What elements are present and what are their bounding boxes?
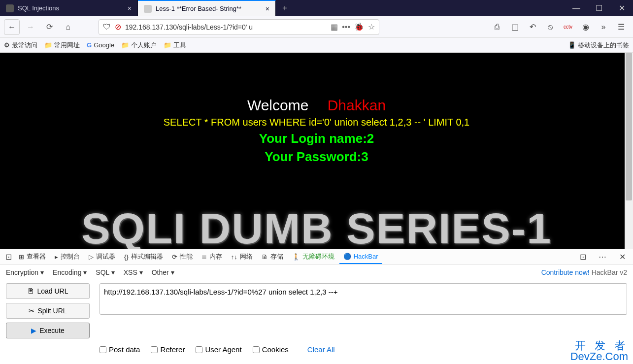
bookmark-item[interactable]: ⚙最常访问 bbox=[4, 41, 37, 50]
noscript-icon[interactable]: ⦸ bbox=[542, 19, 558, 35]
devtools-tab-storage[interactable]: 🗎存储 bbox=[258, 249, 287, 264]
check-label: Referer bbox=[160, 345, 185, 354]
bookmark-label: 个人账户 bbox=[131, 41, 157, 50]
menu-button[interactable]: ☰ bbox=[613, 19, 629, 35]
hackbar-dd-other[interactable]: Other ▾ bbox=[152, 268, 174, 276]
devtools-tab-debugger[interactable]: ▷调试器 bbox=[85, 249, 119, 264]
forward-button[interactable]: → bbox=[23, 19, 38, 35]
perf-icon: ⟳ bbox=[172, 253, 177, 261]
back-button[interactable]: ← bbox=[4, 19, 20, 35]
devtools-dock-icon[interactable]: ⊡ bbox=[3, 249, 14, 265]
url-bar[interactable]: 🛡 ⊘ 192.168.137.130/sqli-labs/Less-1/?id… bbox=[99, 19, 379, 35]
bookmark-label: Google bbox=[94, 41, 114, 49]
bug-icon[interactable]: 🐞 bbox=[354, 22, 364, 32]
browser-tab-active[interactable]: Less-1 **Error Based- String** × bbox=[138, 0, 276, 16]
page-scrollbar[interactable] bbox=[625, 53, 633, 249]
hackbar-dd-xss[interactable]: XSS ▾ bbox=[124, 268, 143, 276]
devtools-more-icon[interactable]: ⋯ bbox=[595, 249, 610, 265]
bookmarks-bar: ⚙最常访问 📁常用网址 GGoogle 📁个人账户 📁工具 📱移动设备上的书签 bbox=[0, 38, 633, 53]
tab-favicon bbox=[6, 4, 14, 12]
dd-label: Encoding bbox=[53, 268, 81, 276]
devtools-tab-network[interactable]: ↑↓网络 bbox=[227, 249, 257, 264]
reload-button[interactable]: ⟳ bbox=[41, 19, 57, 35]
mobile-icon: 📱 bbox=[568, 41, 576, 49]
folder-icon: 📁 bbox=[121, 41, 129, 49]
sidebar-icon[interactable]: ◫ bbox=[507, 19, 523, 35]
undo-icon[interactable]: ↶ bbox=[525, 19, 540, 35]
account-icon[interactable]: ◉ bbox=[578, 19, 594, 35]
devtools-tab-perf[interactable]: ⟳性能 bbox=[168, 249, 197, 264]
home-button[interactable]: ⌂ bbox=[60, 19, 76, 35]
insecure-icon[interactable]: ⊘ bbox=[115, 22, 121, 32]
devtools-tab-memory[interactable]: ≣内存 bbox=[198, 249, 226, 264]
devtools-tab-console[interactable]: ▸控制台 bbox=[51, 249, 84, 264]
bookmark-item[interactable]: GGoogle bbox=[87, 41, 114, 49]
bookmark-item[interactable]: 📁常用网址 bbox=[44, 41, 80, 50]
console-icon: ▸ bbox=[55, 253, 58, 261]
close-icon[interactable]: × bbox=[266, 5, 269, 13]
postdata-checkbox[interactable]: Post data bbox=[100, 345, 140, 354]
devtools-tab-hackbar[interactable]: 🔵HackBar bbox=[339, 249, 382, 264]
hackbar-url-input[interactable] bbox=[100, 283, 627, 315]
maximize-button[interactable]: ☐ bbox=[588, 0, 610, 16]
execute-button[interactable]: ▶Execute bbox=[6, 323, 90, 338]
bookmark-item[interactable]: 📁工具 bbox=[164, 41, 186, 50]
debugger-icon: ▷ bbox=[89, 253, 94, 261]
useragent-checkbox[interactable]: User Agent bbox=[196, 345, 241, 354]
new-tab-button[interactable]: ＋ bbox=[276, 0, 294, 16]
clear-all-link[interactable]: Clear All bbox=[307, 345, 335, 354]
devtools-responsive-icon[interactable]: ⊡ bbox=[575, 249, 591, 265]
chevron-down-icon: ▾ bbox=[139, 268, 143, 276]
page-content: Welcome Dhakkan SELECT * FROM users WHER… bbox=[0, 53, 633, 249]
checkbox-input[interactable] bbox=[100, 346, 106, 353]
devtools-tab-style[interactable]: {}样式编辑器 bbox=[120, 249, 167, 264]
split-url-button[interactable]: ✂Split URL bbox=[6, 303, 90, 319]
devtab-label: 样式编辑器 bbox=[131, 252, 163, 261]
btn-label: Load URL bbox=[37, 287, 68, 295]
hackbar-dd-sql[interactable]: SQL ▾ bbox=[96, 268, 114, 276]
browser-navbar: ← → ⟳ ⌂ 🛡 ⊘ 192.168.137.130/sqli-labs/Le… bbox=[0, 16, 633, 38]
memory-icon: ≣ bbox=[201, 253, 207, 261]
watermark: 开 发 者 DevZe.Com bbox=[570, 340, 628, 362]
hackbar-dd-encryption[interactable]: Encryption ▾ bbox=[6, 268, 44, 276]
library-icon[interactable]: ⎙ bbox=[489, 19, 505, 35]
page-big-title: SQLI DUMB SERIES-1 bbox=[0, 203, 633, 249]
dhakkan-text: Dhakkan bbox=[328, 97, 386, 113]
scrollbar-thumb[interactable] bbox=[626, 53, 632, 200]
minimize-button[interactable]: — bbox=[565, 0, 588, 16]
reader-icon[interactable]: ▦ bbox=[331, 22, 338, 32]
check-label: Post data bbox=[109, 345, 140, 354]
style-icon: {} bbox=[124, 253, 129, 261]
checkbox-input[interactable] bbox=[196, 346, 202, 353]
checkbox-input[interactable] bbox=[151, 346, 158, 353]
chevron-down-icon: ▾ bbox=[83, 268, 87, 276]
load-icon: 🖹 bbox=[27, 287, 34, 295]
shield-icon[interactable]: 🛡 bbox=[103, 23, 111, 32]
checkbox-input[interactable] bbox=[253, 346, 260, 353]
devtools-close-button[interactable]: ✕ bbox=[614, 249, 630, 265]
btn-label: Split URL bbox=[37, 307, 67, 315]
extension-icon[interactable]: cctv bbox=[560, 19, 576, 35]
cookies-checkbox[interactable]: Cookies bbox=[253, 345, 289, 354]
bookmark-mobile[interactable]: 📱移动设备上的书签 bbox=[568, 41, 629, 50]
bookmark-label: 工具 bbox=[173, 41, 186, 50]
page-actions-icon[interactable]: ••• bbox=[342, 23, 350, 32]
bookmark-item[interactable]: 📁个人账户 bbox=[121, 41, 157, 50]
load-url-button[interactable]: 🖹Load URL bbox=[6, 283, 90, 299]
dd-label: Other bbox=[152, 268, 169, 276]
devtools-tab-a11y[interactable]: 🚶无障碍环境 bbox=[288, 249, 338, 264]
tab-title: SQL Injections bbox=[18, 4, 124, 12]
referer-checkbox[interactable]: Referer bbox=[151, 345, 185, 354]
hackbar-panel: Encryption ▾ Encoding ▾ SQL ▾ XSS ▾ Othe… bbox=[0, 265, 633, 363]
close-window-button[interactable]: ✕ bbox=[610, 0, 633, 16]
storage-icon: 🗎 bbox=[262, 253, 268, 261]
contribute-link[interactable]: Contribute now! bbox=[541, 268, 590, 276]
star-icon[interactable]: ☆ bbox=[368, 22, 375, 32]
google-icon: G bbox=[87, 41, 92, 49]
devtools-tab-inspector[interactable]: ⊞查看器 bbox=[15, 249, 50, 264]
devtab-label: 无障碍环境 bbox=[302, 252, 334, 261]
browser-tab-inactive[interactable]: SQL Injections × bbox=[0, 0, 138, 16]
close-icon[interactable]: × bbox=[128, 4, 132, 12]
hackbar-dd-encoding[interactable]: Encoding ▾ bbox=[53, 268, 87, 276]
overflow-icon[interactable]: » bbox=[596, 19, 611, 35]
